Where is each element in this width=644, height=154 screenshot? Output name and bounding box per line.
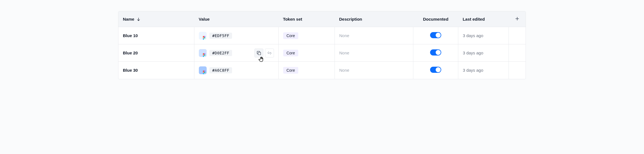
sort-desc-icon xyxy=(137,17,140,21)
token-table-card: Name Value Token set Description Documen… xyxy=(118,11,526,79)
cell-actions xyxy=(509,62,526,79)
token-set-chip[interactable]: Core xyxy=(283,32,298,39)
link-icon xyxy=(267,50,272,56)
cell-description[interactable]: None xyxy=(335,27,413,44)
color-swatch[interactable] xyxy=(199,66,207,74)
documented-toggle[interactable] xyxy=(430,49,441,56)
cell-value: #A6C8FF xyxy=(194,62,278,79)
column-label: Documented xyxy=(423,17,449,21)
cell-actions xyxy=(509,44,526,62)
token-table: Name Value Token set Description Documen… xyxy=(118,11,526,79)
cell-name: Blue 20 xyxy=(118,44,194,62)
cell-documented xyxy=(413,27,458,44)
figma-icon xyxy=(202,70,206,75)
cell-value: #EDF5FF xyxy=(194,27,278,44)
column-header-description[interactable]: Description xyxy=(335,11,413,27)
cell-tokenset: Core xyxy=(278,44,335,62)
column-header-tokenset[interactable]: Token set xyxy=(278,11,335,27)
figma-icon xyxy=(202,52,206,57)
copy-button[interactable] xyxy=(254,49,263,57)
cell-description[interactable]: None xyxy=(335,62,413,79)
column-label: Token set xyxy=(283,17,302,21)
hex-value[interactable]: #EDF5FF xyxy=(209,33,232,39)
token-set-chip[interactable]: Core xyxy=(283,50,298,56)
cell-tokenset: Core xyxy=(278,62,335,79)
column-label: Name xyxy=(123,17,134,21)
color-swatch[interactable] xyxy=(199,32,207,40)
table-row[interactable]: Blue 30#A6C8FFCoreNone3 days ago xyxy=(118,62,526,79)
documented-toggle[interactable] xyxy=(430,32,441,38)
cell-lastedited: 3 days ago xyxy=(458,44,509,62)
figma-icon xyxy=(202,35,206,40)
hex-value[interactable]: #D0E2FF xyxy=(209,50,232,56)
column-header-add[interactable] xyxy=(509,11,526,27)
copy-icon xyxy=(256,50,262,56)
cell-name: Blue 10 xyxy=(118,27,194,44)
cell-description[interactable]: None xyxy=(335,44,413,62)
cell-tokenset: Core xyxy=(278,27,335,44)
column-label: Description xyxy=(339,17,362,21)
cell-lastedited: 3 days ago xyxy=(458,27,509,44)
column-header-name[interactable]: Name xyxy=(118,11,194,27)
cell-name: Blue 30 xyxy=(118,62,194,79)
cell-value: #D0E2FF xyxy=(194,44,278,62)
cell-lastedited: 3 days ago xyxy=(458,62,509,79)
table-row[interactable]: Blue 20#D0E2FFCoreNone3 days ago xyxy=(118,44,526,62)
link-button[interactable] xyxy=(265,49,274,57)
table-row[interactable]: Blue 10#EDF5FFCoreNone3 days ago xyxy=(118,27,526,44)
hex-value[interactable]: #A6C8FF xyxy=(209,67,232,73)
cell-actions xyxy=(509,27,526,44)
color-swatch[interactable] xyxy=(199,49,207,57)
column-label: Value xyxy=(199,17,209,21)
token-set-chip[interactable]: Core xyxy=(283,67,298,74)
column-label: Last edited xyxy=(463,17,485,21)
column-header-documented[interactable]: Documented xyxy=(413,11,458,27)
column-header-lastedited[interactable]: Last edited xyxy=(458,11,509,27)
cell-documented xyxy=(413,44,458,62)
row-actions xyxy=(254,49,274,57)
table-header-row: Name Value Token set Description Documen… xyxy=(118,11,526,27)
documented-toggle[interactable] xyxy=(430,67,441,73)
cell-documented xyxy=(413,62,458,79)
column-header-value[interactable]: Value xyxy=(194,11,278,27)
hand-cursor-icon xyxy=(259,56,265,62)
plus-icon xyxy=(515,16,519,21)
